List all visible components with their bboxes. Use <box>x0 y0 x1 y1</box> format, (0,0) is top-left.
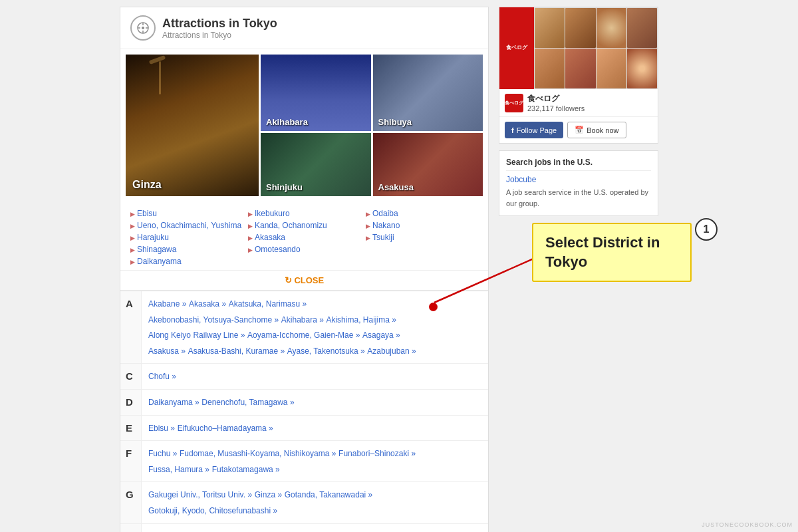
food-thumb-7 <box>597 49 626 88</box>
alpha-links-c: Chofu » <box>142 364 488 389</box>
link-harajuku[interactable]: ▶Harajuku <box>130 231 243 243</box>
link-along-keiyo[interactable]: Along Keiyo Railway Line » <box>148 331 245 340</box>
alpha-letter-a: A <box>120 291 142 363</box>
ad-followers-row: 食べログ 食べログ 232,117 followers <box>499 89 658 117</box>
link-nakano[interactable]: ▶Nakano <box>366 219 478 231</box>
links-col-2: ▶Ikebukuro ▶Kanda, Ochanomizu ▶Akasaka ▶… <box>248 207 360 267</box>
ad-logo-jp: 食ベログ <box>505 42 529 54</box>
photo-ginza[interactable]: Ginza <box>126 55 259 196</box>
alpha-list: A Akabane » Akasaka » Akatsuka, Narimasu… <box>120 291 488 532</box>
link-gotanda[interactable]: Gotanda, Takanawadai » <box>285 490 373 499</box>
alpha-letter-g: G <box>120 482 142 523</box>
link-ebisu-e[interactable]: Ebisu » <box>148 424 175 433</box>
book-now-button[interactable]: 📅 Book now <box>567 122 626 138</box>
annotation-circle-number: 1 <box>695 218 718 241</box>
jobs-title: Search jobs in the U.S. <box>506 158 651 171</box>
link-akebonobashi[interactable]: Akebonobashi, Yotsuya-Sanchome » <box>148 315 279 325</box>
link-shinagawa[interactable]: ▶Shinagawa <box>130 243 243 255</box>
food-thumb-1 <box>535 8 565 48</box>
link-fuchu[interactable]: Fuchu » <box>148 449 177 458</box>
link-aoyama[interactable]: Aoyama-Icchome, Gaien-Mae » <box>247 331 360 340</box>
ginza-label: Ginza <box>132 179 162 191</box>
link-asagaya[interactable]: Asagaya » <box>362 331 400 340</box>
link-odaiba[interactable]: ▶Odaiba <box>366 207 478 219</box>
quick-links-section: ▶Ebisu ▶Ueno, Okachimachi, Yushima ▶Hara… <box>120 203 488 270</box>
ad-food-header-row: 食ベログ <box>499 7 658 89</box>
svg-point-1 <box>142 27 144 29</box>
photo-shinjuku[interactable]: Shinjuku <box>261 133 371 196</box>
link-akatsuka[interactable]: Akatsuka, Narimasu » <box>229 299 307 309</box>
alpha-letter-f: F <box>120 441 142 481</box>
jobs-description: A job search service in the U.S. operate… <box>506 187 651 209</box>
link-fussa[interactable]: Fussa, Hamura » <box>148 465 209 474</box>
annotation-text: Select District in Tokyo <box>545 233 678 271</box>
ad-food-photos <box>534 7 658 89</box>
link-denenchofu[interactable]: Denenchofu, Tamagawa » <box>201 398 294 407</box>
alpha-links-f: Fuchu » Fudomae, Musashi-Koyama, Nishiko… <box>142 441 488 481</box>
shibuya-label: Shibuya <box>378 117 412 127</box>
page-subtitle: Attractions in Tokyo <box>162 31 277 40</box>
link-ebisu[interactable]: ▶Ebisu <box>130 207 243 219</box>
photo-grid: Ginza Akihabara Shibuya Shinjuku Asakusa <box>120 49 488 203</box>
calendar-icon: 📅 <box>575 126 584 134</box>
follow-page-button[interactable]: f Follow Page <box>505 122 563 138</box>
akihabara-label: Akihabara <box>266 117 308 127</box>
alpha-links-h: Hachioji » Hamamatsucho, Shiba Park » Ha… <box>142 524 488 532</box>
link-akihabara-a[interactable]: Akihabara » <box>281 315 324 325</box>
link-akishima[interactable]: Akishima, Haijima » <box>326 315 396 325</box>
link-futakotamagawa[interactable]: Futakotamagawa » <box>212 465 280 474</box>
ad-logo-icon: 食べログ <box>505 94 523 112</box>
link-chofu[interactable]: Chofu » <box>148 372 176 381</box>
link-gotokuji[interactable]: Gotokuji, Kyodo, Chitosefunabashi » <box>148 506 277 515</box>
alpha-row-c: C Chofu » <box>120 364 488 390</box>
link-funabori[interactable]: Funabori–Shinozaki » <box>338 449 416 458</box>
shinjuku-label: Shinjuku <box>266 182 303 192</box>
ad-followers-text: 食べログ 232,117 followers <box>527 93 585 112</box>
link-kanda[interactable]: ▶Kanda, Ochanomizu <box>248 219 360 231</box>
close-section: ↻ CLOSE <box>120 270 488 291</box>
link-ueno[interactable]: ▶Ueno, Okachimachi, Yushima <box>130 219 243 231</box>
links-col-1: ▶Ebisu ▶Ueno, Okachimachi, Yushima ▶Hara… <box>130 207 243 267</box>
link-eifukucho[interactable]: Eifukucho–Hamadayama » <box>178 424 273 433</box>
link-daikanyama-d[interactable]: Daikanyama » <box>148 398 200 407</box>
alpha-row-f: F Fuchu » Fudomae, Musashi-Koyama, Nishi… <box>120 441 488 482</box>
link-tsukiji[interactable]: ▶Tsukiji <box>366 231 478 243</box>
link-akabane[interactable]: Akabane » <box>148 299 186 309</box>
watermark: JUSTONECOOKBOOK.COM <box>702 521 793 528</box>
link-omotesando[interactable]: ▶Omotesando <box>248 243 360 255</box>
link-ayase[interactable]: Ayase, Takenotsuka » <box>287 346 365 356</box>
ad-logo-area: 食ベログ <box>499 7 534 89</box>
link-akasaka-a[interactable]: Akasaka » <box>189 299 226 309</box>
jobcube-link[interactable]: Jobcube <box>506 175 651 184</box>
close-button[interactable]: ↻ CLOSE <box>285 275 324 285</box>
link-azabujuban[interactable]: Azabujuban » <box>367 346 416 356</box>
photo-akihabara[interactable]: Akihabara <box>261 55 371 131</box>
food-thumb-5 <box>535 49 565 88</box>
link-ikebukuro[interactable]: ▶Ikebukuro <box>248 207 360 219</box>
link-daikanyama[interactable]: ▶Daikanyama <box>130 255 243 267</box>
link-ginza-g[interactable]: Ginza » <box>255 490 282 499</box>
link-gakugei[interactable]: Gakugei Univ., Toritsu Univ. » <box>148 490 252 499</box>
photo-asakusa[interactable]: Asakusa <box>373 133 483 196</box>
photo-shibuya[interactable]: Shibuya <box>373 55 483 131</box>
alpha-row-h: H Hachioji » Hamamatsucho, Shiba Park » … <box>120 524 488 532</box>
section-header: Attractions in Tokyo Attractions in Toky… <box>120 7 488 49</box>
alpha-row-e: E Ebisu » Eifukucho–Hamadayama » <box>120 416 488 442</box>
annotation-box: Select District in Tokyo <box>532 223 692 282</box>
annotation-red-dot <box>429 303 438 311</box>
link-asakusa-bashi[interactable]: Asakusa-Bashi, Kuramae » <box>188 346 285 356</box>
link-fudomae[interactable]: Fudomae, Musashi-Koyama, Nishikoyama » <box>180 449 336 458</box>
header-text: Attractions in Tokyo Attractions in Toky… <box>162 17 277 40</box>
food-thumb-8 <box>627 49 657 88</box>
alpha-letter-d: D <box>120 390 142 415</box>
page-title: Attractions in Tokyo <box>162 17 277 31</box>
link-asakusa-a[interactable]: Asakusa » <box>148 346 186 356</box>
alpha-row-d: D Daikanyama » Denenchofu, Tamagawa » <box>120 390 488 416</box>
header-icon <box>130 15 156 41</box>
main-content-panel: Attractions in Tokyo Attractions in Toky… <box>120 7 489 532</box>
ad-food-blog: 食ベログ <box>499 7 658 144</box>
jobs-box: Search jobs in the U.S. Jobcube A job se… <box>499 150 658 216</box>
ad-action-buttons: f Follow Page 📅 Book now <box>499 117 658 143</box>
link-akasaka[interactable]: ▶Akasaka <box>248 231 360 243</box>
ad-logo-name: 食べログ <box>527 93 585 104</box>
